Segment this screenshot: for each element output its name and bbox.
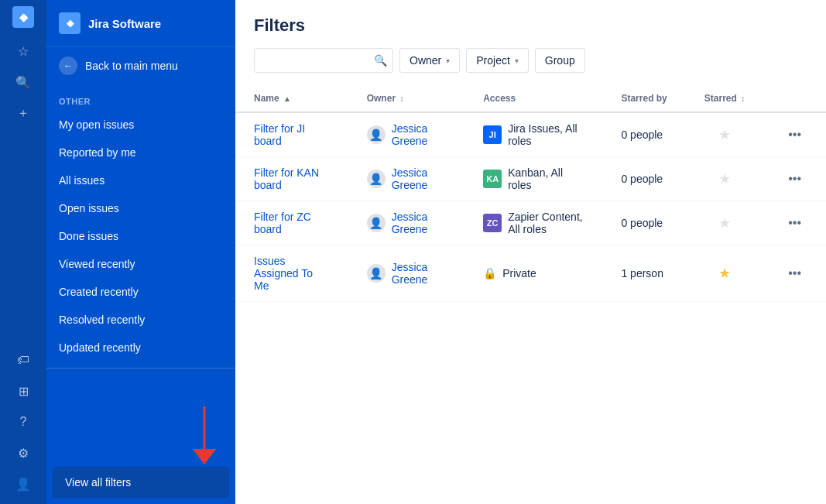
owner-name: Jessica Greene xyxy=(392,261,446,286)
star-filled-icon[interactable]: ★ xyxy=(718,266,731,281)
col-starred-by: Starred by xyxy=(602,85,685,112)
back-to-main-button[interactable]: ← Back to main menu xyxy=(46,47,235,84)
filter-name-cell: Issues Assigned To Me xyxy=(235,245,348,302)
star-empty-icon[interactable]: ★ xyxy=(718,171,731,187)
starred-sort-arrow: ↕ xyxy=(741,94,745,103)
app-title: ◆ Jira Software xyxy=(46,0,235,47)
filter-access-cell: KAKanban, All roles xyxy=(464,157,602,201)
filter-name-cell: Filter for ZC board xyxy=(235,201,348,245)
table-header-row: Name ▲ Owner ↕ Access Starred by Starred… xyxy=(235,85,826,112)
filter-starred-cell[interactable]: ★ xyxy=(686,245,763,302)
search-wrapper: 🔍 xyxy=(254,48,393,73)
project-label: Project xyxy=(476,54,510,67)
owner-dropdown-arrow: ▾ xyxy=(446,57,450,65)
sidebar-item-viewed-recently[interactable]: Viewed recently xyxy=(46,250,235,278)
group-button[interactable]: Group xyxy=(535,48,585,73)
owner-avatar: 👤 xyxy=(367,214,386,232)
filters-table: Name ▲ Owner ↕ Access Starred by Starred… xyxy=(235,85,826,504)
nav-divider xyxy=(46,368,235,369)
search-nav-icon[interactable]: 🔍 xyxy=(9,68,37,96)
access-text: Private xyxy=(502,267,536,279)
owner-avatar: 👤 xyxy=(367,125,386,144)
table-body: Filter for JI board👤Jessica GreeneJIJira… xyxy=(235,112,826,302)
view-all-filters-button[interactable]: View all filters xyxy=(53,467,229,498)
access-text: Zapier Content, All roles xyxy=(508,211,584,235)
col-name: Name ▲ xyxy=(235,85,348,112)
project-icon: ZC xyxy=(483,214,502,232)
main-header: Filters 🔍 Owner ▾ Project ▾ Group xyxy=(235,0,826,85)
col-starred: Starred ↕ xyxy=(686,85,763,112)
filter-name-link[interactable]: Filter for KAN board xyxy=(254,166,319,191)
star-empty-icon[interactable]: ★ xyxy=(718,127,731,142)
search-input[interactable] xyxy=(254,48,393,73)
access-text: Kanban, All roles xyxy=(508,166,584,191)
filter-access-cell: ZCZapier Content, All roles xyxy=(464,201,602,245)
more-options-button[interactable]: ••• xyxy=(782,263,807,283)
starred-icon[interactable]: ☆ xyxy=(9,37,37,65)
project-icon: JI xyxy=(483,125,502,144)
filter-name-link[interactable]: Filter for ZC board xyxy=(254,211,311,235)
filter-name-link[interactable]: Issues Assigned To Me xyxy=(254,255,313,292)
owner-avatar: 👤 xyxy=(367,264,386,283)
jira-logo-icon[interactable]: ◆ xyxy=(12,6,34,28)
table-row: Filter for JI board👤Jessica GreeneJIJira… xyxy=(235,112,826,157)
project-icon: KA xyxy=(483,170,502,188)
table-row: Filter for ZC board👤Jessica GreeneZCZapi… xyxy=(235,201,826,245)
owner-name: Jessica Greene xyxy=(392,166,446,191)
section-other-label: OTHER xyxy=(46,84,235,111)
sidebar-item-updated-recently[interactable]: Updated recently xyxy=(46,334,235,362)
search-icon: 🔍 xyxy=(374,54,387,67)
more-options-button[interactable]: ••• xyxy=(782,125,807,145)
filter-more-cell: ••• xyxy=(763,157,826,201)
svg-marker-1 xyxy=(193,449,216,465)
grid-icon[interactable]: ⊞ xyxy=(9,377,37,405)
more-options-button[interactable]: ••• xyxy=(782,169,807,189)
filter-more-cell: ••• xyxy=(763,112,826,157)
filter-name-cell: Filter for JI board xyxy=(235,112,348,157)
filter-starred-cell[interactable]: ★ xyxy=(686,157,763,201)
create-icon[interactable]: ＋ xyxy=(9,99,37,127)
bookmark-icon[interactable]: 🏷 xyxy=(9,346,37,374)
access-text: Jira Issues, All roles xyxy=(508,122,584,147)
filter-more-cell: ••• xyxy=(763,201,826,245)
filter-name-link[interactable]: Filter for JI board xyxy=(254,122,305,147)
help-icon[interactable]: ? xyxy=(9,408,37,436)
owner-label: Owner xyxy=(410,54,441,67)
owner-name: Jessica Greene xyxy=(392,211,446,235)
settings-icon[interactable]: ⚙ xyxy=(9,439,37,467)
table-row: Issues Assigned To Me👤Jessica Greene🔒Pri… xyxy=(235,245,826,302)
sidebar-item-created-recently[interactable]: Created recently xyxy=(46,278,235,306)
sidebar-item-my-open-issues[interactable]: My open issues xyxy=(46,111,235,139)
sidebar-item-reported-by-me[interactable]: Reported by me xyxy=(46,139,235,166)
owner-dropdown[interactable]: Owner ▾ xyxy=(399,48,460,73)
owner-avatar: 👤 xyxy=(367,170,386,188)
app-name: Jira Software xyxy=(88,17,161,30)
back-label: Back to main menu xyxy=(85,60,178,72)
table-header: Name ▲ Owner ↕ Access Starred by Starred… xyxy=(235,85,826,112)
star-empty-icon[interactable]: ★ xyxy=(718,215,731,231)
col-access: Access xyxy=(464,85,602,112)
col-actions xyxy=(763,85,826,112)
app-logo: ◆ xyxy=(59,12,81,34)
owner-sort-arrow: ↕ xyxy=(399,94,403,103)
filter-bar: 🔍 Owner ▾ Project ▾ Group xyxy=(254,48,807,85)
filter-starred-cell[interactable]: ★ xyxy=(686,201,763,245)
filter-starred-by-cell: 1 person xyxy=(602,245,685,302)
filter-owner-cell: 👤Jessica Greene xyxy=(348,157,464,201)
more-options-button[interactable]: ••• xyxy=(782,213,807,233)
filter-access-cell: 🔒Private xyxy=(464,245,602,302)
sidebar-item-done-issues[interactable]: Done issues xyxy=(46,222,235,250)
sidebar-item-all-issues[interactable]: All issues xyxy=(46,166,235,194)
user-avatar-icon[interactable]: 👤 xyxy=(9,470,37,498)
sidebar-item-resolved-recently[interactable]: Resolved recently xyxy=(46,306,235,334)
sidebar-item-open-issues[interactable]: Open issues xyxy=(46,194,235,222)
filter-name-cell: Filter for KAN board xyxy=(235,157,348,201)
filter-starred-cell[interactable]: ★ xyxy=(686,112,763,157)
project-dropdown[interactable]: Project ▾ xyxy=(466,48,529,73)
filter-more-cell: ••• xyxy=(763,245,826,302)
sidebar-bottom: View all filters xyxy=(46,461,235,504)
main-content: Filters 🔍 Owner ▾ Project ▾ Group Name xyxy=(235,0,826,504)
owner-name: Jessica Greene xyxy=(392,122,446,147)
filter-starred-by-cell: 0 people xyxy=(602,157,685,201)
back-icon: ← xyxy=(59,57,77,75)
